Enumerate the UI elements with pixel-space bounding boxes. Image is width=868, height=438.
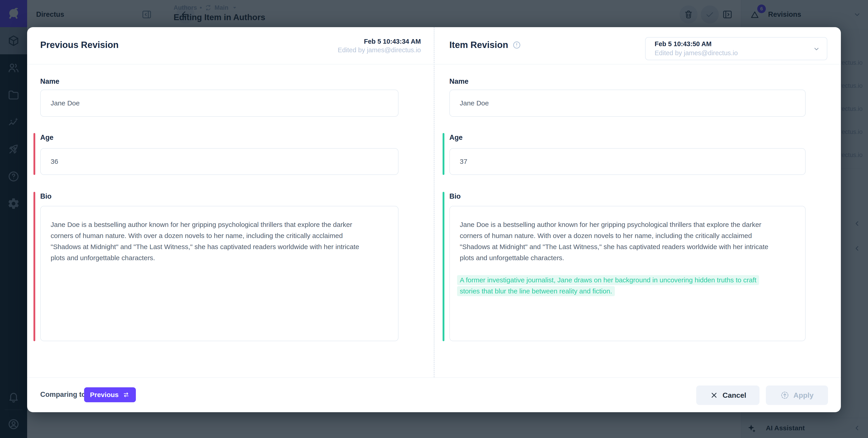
column-divider — [434, 27, 434, 377]
dropdown-timestamp: Feb 5 10:43:50 AM — [655, 40, 712, 48]
item-name-input[interactable]: Jane Doe — [450, 90, 806, 117]
dropdown-edited-by: Edited by james@directus.io — [655, 49, 738, 57]
item-bio-changed-bar — [442, 192, 444, 341]
previous-age-input[interactable]: 36 — [40, 148, 399, 175]
item-age-input[interactable]: 37 — [450, 148, 806, 175]
bio-blank-line — [460, 263, 795, 274]
item-age-changed-bar — [442, 133, 444, 175]
previous-age-label: Age — [40, 134, 54, 142]
previous-bio-label: Bio — [40, 192, 52, 200]
header-divider — [27, 64, 841, 64]
item-bio-label: Bio — [450, 192, 461, 200]
previous-bio-changed-bar — [33, 192, 35, 341]
previous-revision-meta: Feb 5 10:43:34 AM Edited by james@direct… — [338, 37, 421, 54]
bio-line: plots and unforgettable characters. — [460, 252, 795, 263]
bio-added-line: A former investigative journalist, Jane … — [460, 274, 795, 286]
item-age-label: Age — [450, 134, 463, 142]
previous-age-value: 36 — [51, 158, 58, 165]
previous-revision-edited-by: Edited by james@directus.io — [338, 46, 421, 54]
previous-revision-title-text: Previous Revision — [40, 40, 119, 50]
apply-button-label: Apply — [794, 391, 813, 400]
bio-line: corners of human nature. With over a doz… — [51, 230, 388, 241]
previous-age-changed-bar — [33, 133, 35, 175]
revision-compare-modal: Previous Revision Feb 5 10:43:34 AM Edit… — [27, 27, 841, 412]
bio-line: corners of human nature. With over a doz… — [460, 230, 795, 241]
item-name-value: Jane Doe — [460, 99, 489, 107]
item-name-label: Name — [450, 77, 468, 86]
compare-target-text: Previous — [90, 391, 119, 399]
cancel-button[interactable]: Cancel — [696, 385, 760, 405]
bio-line: plots and unforgettable characters. — [51, 252, 388, 263]
info-icon — [512, 40, 521, 50]
close-icon — [710, 391, 719, 400]
apply-button[interactable]: Apply — [766, 385, 828, 405]
item-revision-title-text: Item Revision — [450, 40, 508, 50]
bio-line: Jane Doe is a bestselling author known f… — [460, 219, 795, 230]
app-window: Directus Authors • Main Editing Item in … — [0, 0, 868, 438]
compare-target-button[interactable]: Previous — [84, 387, 136, 402]
previous-revision-title: Previous Revision — [40, 40, 119, 50]
comparing-to-label: Comparing to — [40, 390, 86, 399]
swap-icon — [122, 391, 130, 399]
apply-upload-icon — [780, 391, 789, 400]
item-bio-textarea[interactable]: Jane Doe is a bestselling author known f… — [450, 206, 806, 341]
previous-name-label: Name — [40, 77, 59, 86]
item-age-value: 37 — [460, 158, 467, 165]
previous-bio-textarea[interactable]: Jane Doe is a bestselling author known f… — [40, 206, 399, 341]
footer-divider — [27, 377, 841, 378]
previous-revision-timestamp: Feb 5 10:43:34 AM — [338, 37, 421, 46]
bio-line: "Shadows at Midnight" and "The Last Witn… — [460, 241, 795, 252]
revision-select-dropdown[interactable]: Feb 5 10:43:50 AM Edited by james@direct… — [645, 37, 827, 60]
bio-added-line: stories that blur the line between reali… — [460, 286, 795, 297]
previous-name-value: Jane Doe — [51, 99, 80, 107]
chevron-down-icon — [812, 45, 820, 53]
bio-line: "Shadows at Midnight" and "The Last Witn… — [51, 241, 388, 252]
item-revision-title: Item Revision — [450, 40, 521, 50]
cancel-button-label: Cancel — [723, 391, 746, 400]
bio-line: Jane Doe is a bestselling author known f… — [51, 219, 388, 230]
previous-name-input[interactable]: Jane Doe — [40, 90, 399, 117]
